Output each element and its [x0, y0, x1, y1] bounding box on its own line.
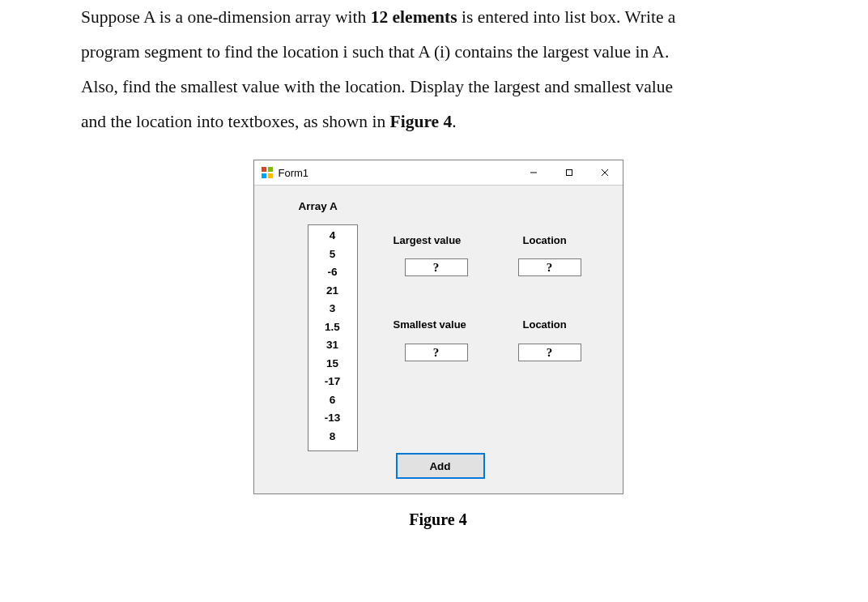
- app-window: Form1 Array A 45-62131.53115-176-138: [253, 160, 623, 494]
- svg-rect-0: [262, 167, 266, 172]
- list-item[interactable]: 21: [308, 282, 357, 301]
- svg-rect-1: [268, 167, 273, 172]
- list-item[interactable]: 31: [308, 336, 357, 355]
- svg-rect-2: [262, 173, 266, 178]
- list-item[interactable]: -13: [308, 409, 357, 428]
- largest-location-label: Location: [523, 234, 567, 246]
- list-item[interactable]: 15: [308, 355, 357, 374]
- largest-value-textbox[interactable]: ?: [405, 258, 468, 276]
- list-item[interactable]: 8: [308, 428, 357, 446]
- smallest-value-textbox[interactable]: ?: [405, 344, 468, 361]
- list-item[interactable]: -6: [308, 263, 357, 282]
- array-listbox[interactable]: 45-62131.53115-176-138: [308, 224, 358, 451]
- smallest-location-textbox[interactable]: ?: [518, 344, 581, 361]
- array-a-label: Array A: [299, 200, 338, 212]
- minimize-button[interactable]: [516, 160, 551, 185]
- app-icon: [261, 166, 274, 179]
- add-button[interactable]: Add: [396, 453, 485, 479]
- list-item[interactable]: 4: [308, 227, 357, 245]
- smallest-location-label: Location: [523, 318, 567, 331]
- svg-rect-3: [268, 173, 273, 178]
- list-item[interactable]: 5: [308, 245, 357, 264]
- largest-location-textbox[interactable]: ?: [518, 258, 581, 276]
- list-item[interactable]: 1.5: [308, 318, 357, 337]
- titlebar[interactable]: Form1: [254, 160, 623, 186]
- list-item[interactable]: 3: [308, 300, 357, 318]
- smallest-value-label: Smallest value: [394, 318, 466, 331]
- svg-rect-5: [566, 170, 572, 176]
- figure-caption: Figure 4: [409, 510, 466, 529]
- list-item[interactable]: 6: [308, 391, 357, 410]
- list-item[interactable]: -17: [308, 373, 357, 391]
- largest-value-label: Largest value: [394, 234, 462, 246]
- question-text: Suppose A is a one-dimension array with …: [81, 0, 795, 139]
- maximize-button[interactable]: [551, 160, 587, 185]
- window-title: Form1: [279, 167, 516, 179]
- close-button[interactable]: [587, 160, 623, 185]
- form-client-area: Array A 45-62131.53115-176-138 Largest v…: [254, 186, 623, 493]
